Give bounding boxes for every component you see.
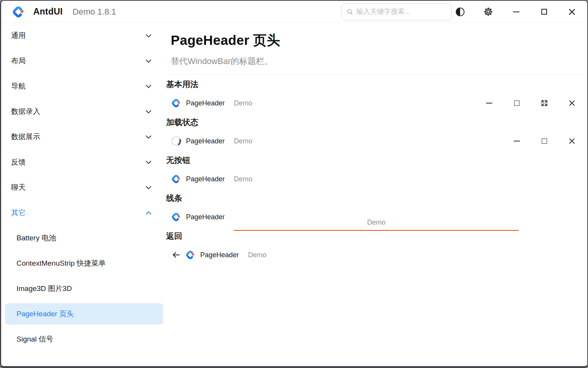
chevron-down-icon xyxy=(144,82,153,90)
minimize-icon xyxy=(513,12,519,12)
sidebar-item-label: Battery 电池 xyxy=(16,233,56,243)
sidebar-group-label: 布局 xyxy=(11,56,26,66)
pageheader-demo-loading: PageHeader Demo xyxy=(166,131,586,151)
close-icon xyxy=(568,99,576,107)
sidebar-item-label: Signal 信号 xyxy=(16,334,53,344)
search-icon xyxy=(346,8,353,16)
demo-close-button[interactable] xyxy=(558,133,586,150)
minimize-icon xyxy=(486,103,492,104)
pageheader-demo-line: PageHeader Demo xyxy=(166,207,586,227)
page-header-block: PageHeader 页头 替代WindowBar的标题栏。 xyxy=(166,23,586,67)
sidebar-group-navigation[interactable]: 导航 xyxy=(1,74,166,99)
antdui-logo-icon xyxy=(171,174,181,184)
demo-maximize-button[interactable] xyxy=(531,133,558,150)
demo-subtext: Demo xyxy=(234,99,252,107)
sidebar-item-signal[interactable]: Signal 信号 xyxy=(1,327,166,352)
section-heading-line: 线条 xyxy=(166,189,586,207)
main-content: PageHeader 页头 替代WindowBar的标题栏。 基本用法 Page… xyxy=(166,23,587,366)
sidebar-group-data-display[interactable]: 数据展示 xyxy=(1,124,166,150)
sidebar-group-feedback[interactable]: 反馈 xyxy=(1,150,166,175)
arrow-left-icon xyxy=(172,250,181,260)
chevron-down-icon xyxy=(144,57,153,65)
chevron-down-icon xyxy=(144,107,153,116)
minimize-icon xyxy=(514,141,520,141)
theme-contrast-icon xyxy=(455,7,465,17)
sidebar-group-layout[interactable]: 布局 xyxy=(1,48,166,74)
app-title: AntdUI xyxy=(33,7,63,17)
pageheader-demo-back: PageHeader Demo xyxy=(166,245,586,264)
close-icon xyxy=(568,137,576,145)
settings-button[interactable] xyxy=(480,3,497,20)
sidebar-item-label: ContextMenuStrip 快捷菜单 xyxy=(16,258,106,268)
chevron-down-icon xyxy=(144,158,153,166)
demo-fullscreen-button[interactable] xyxy=(531,95,558,112)
sidebar: 通用 布局 导航 数据录入 数据展示 反馈 xyxy=(1,23,166,366)
window-titlebar: AntdUI Demo 1.8.1 xyxy=(1,1,587,23)
demo-title: PageHeader xyxy=(186,99,234,107)
gear-icon xyxy=(483,7,493,17)
fullscreen-icon xyxy=(541,99,548,107)
demo-title: PageHeader xyxy=(200,251,248,259)
antdui-logo-icon xyxy=(171,212,181,222)
pageheader-demo-basic: PageHeader Demo xyxy=(166,94,586,113)
maximize-icon xyxy=(514,100,519,106)
demo-maximize-button[interactable] xyxy=(503,95,531,112)
theme-toggle-button[interactable] xyxy=(452,3,469,20)
sidebar-group-chat[interactable]: 聊天 xyxy=(1,175,166,200)
sidebar-item-pageheader[interactable]: PageHeader 页头 xyxy=(5,303,163,325)
sidebar-group-label: 数据录入 xyxy=(11,107,40,117)
demo-title: PageHeader xyxy=(186,137,234,145)
page-title: PageHeader 页头 xyxy=(171,31,586,49)
sidebar-group-label: 导航 xyxy=(11,81,26,91)
window-minimize-button[interactable] xyxy=(508,3,524,20)
search-input[interactable] xyxy=(356,8,447,16)
demo-subtext: Demo xyxy=(234,137,252,145)
sidebar-item-battery[interactable]: Battery 电池 xyxy=(1,225,166,251)
maximize-icon xyxy=(542,138,547,144)
antdui-logo-icon xyxy=(185,250,195,260)
sidebar-item-image3d[interactable]: Image3D 图片3D xyxy=(1,276,166,301)
back-button[interactable] xyxy=(171,250,181,260)
pageheader-demo-nobuttons: PageHeader Demo xyxy=(166,169,586,189)
demo-subtext: Demo xyxy=(367,219,385,227)
sidebar-group-label: 反馈 xyxy=(11,157,26,167)
sidebar-group-label: 通用 xyxy=(11,31,26,41)
demo-title: PageHeader xyxy=(186,175,234,183)
sidebar-item-label: Image3D 图片3D xyxy=(16,284,72,294)
app-window: AntdUI Demo 1.8.1 xyxy=(0,0,588,368)
sidebar-group-label: 聊天 xyxy=(11,182,26,192)
chevron-up-icon xyxy=(144,209,153,217)
sidebar-item-contextmenustrip[interactable]: ContextMenuStrip 快捷菜单 xyxy=(1,251,166,276)
sidebar-group-other[interactable]: 其它 xyxy=(1,200,166,225)
chevron-down-icon xyxy=(144,31,153,40)
chevron-down-icon xyxy=(144,183,153,192)
accent-underline: Demo xyxy=(234,215,519,231)
section-heading-nobuttons: 无按钮 xyxy=(166,151,586,169)
section-heading-basic: 基本用法 xyxy=(166,75,586,94)
demo-minimize-button[interactable] xyxy=(475,95,503,112)
loading-spinner-icon xyxy=(170,135,183,148)
search-box[interactable] xyxy=(341,3,452,20)
sidebar-group-general[interactable]: 通用 xyxy=(1,23,166,48)
maximize-icon xyxy=(541,9,547,15)
sidebar-item-label: PageHeader 页头 xyxy=(16,309,74,319)
sidebar-group-label: 其它 xyxy=(11,208,26,218)
demo-close-button[interactable] xyxy=(558,95,586,112)
page-subtitle: 替代WindowBar的标题栏。 xyxy=(171,56,586,67)
chevron-down-icon xyxy=(144,133,153,141)
app-version: Demo 1.8.1 xyxy=(73,7,116,17)
demo-subtext: Demo xyxy=(234,175,252,183)
window-close-button[interactable] xyxy=(564,3,580,20)
demo-minimize-button[interactable] xyxy=(503,133,531,150)
window-maximize-button[interactable] xyxy=(536,3,552,20)
sidebar-group-label: 数据展示 xyxy=(11,132,40,142)
section-heading-loading: 加载状态 xyxy=(166,113,586,131)
sidebar-group-data-entry[interactable]: 数据录入 xyxy=(1,99,166,124)
antdui-logo-icon xyxy=(171,98,181,108)
demo-title: PageHeader xyxy=(186,213,234,221)
demo-subtext: Demo xyxy=(248,251,266,259)
close-icon xyxy=(568,8,576,16)
antdui-logo-icon xyxy=(12,5,25,18)
